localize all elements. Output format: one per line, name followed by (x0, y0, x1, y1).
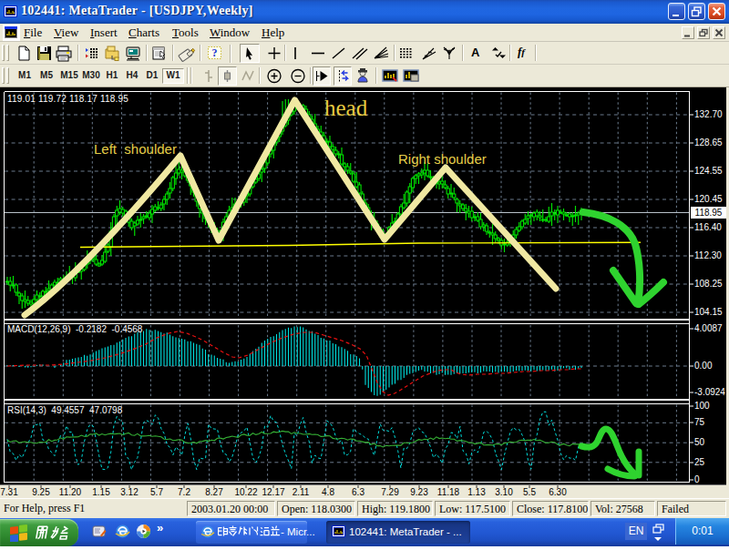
svg-text:?: ? (212, 46, 218, 59)
